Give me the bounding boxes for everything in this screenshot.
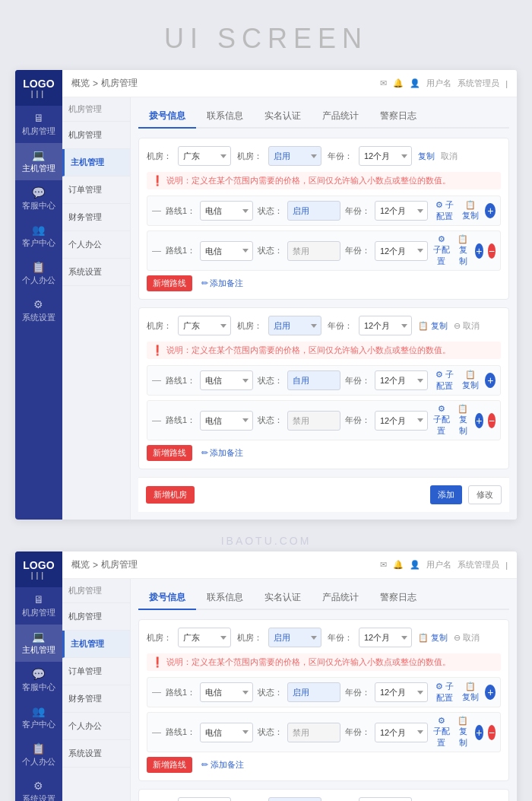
sub-item-personal-office[interactable]: 个人办公	[62, 231, 130, 259]
machine-select-2[interactable]: 广东	[178, 316, 231, 335]
tab-realname[interactable]: 实名认证	[254, 105, 312, 129]
cancel-btn-1[interactable]: 取消	[441, 151, 458, 162]
cancel-btn-2[interactable]: ⊖ 取消	[454, 320, 480, 332]
sidebar-item-customer[interactable]: 👥 客户中心	[15, 218, 62, 255]
status-select-b1-2[interactable]: 禁用	[287, 723, 340, 742]
copy-btn-1[interactable]: 复制	[418, 151, 435, 162]
copy-line-btn-2-1[interactable]: 📋 复制	[461, 370, 480, 391]
remove-line-btn-2-2[interactable]: −	[488, 413, 496, 428]
sub-config-btn-b1-2[interactable]: ⚙ 子配置	[432, 716, 451, 749]
line-select-1-2[interactable]: 电信	[200, 241, 253, 261]
line-select-b1-1[interactable]: 电信	[200, 682, 253, 702]
sub-item-machine-mgmt2[interactable]: 机房管理	[62, 122, 130, 149]
sidebar-item-host[interactable]: 💻 主机管理	[15, 143, 62, 180]
copy-line-btn-1-2[interactable]: 📋 复制	[455, 234, 470, 267]
sub2-item-sys-settings[interactable]: 系统设置	[62, 740, 130, 768]
add-note-btn-b1[interactable]: ✏ 添加备注	[198, 758, 247, 772]
tab2-contact-info[interactable]: 联系信息	[196, 586, 254, 610]
year-select-2[interactable]: 12个月	[359, 316, 412, 335]
add-line-action-btn-1[interactable]: 新增路线	[147, 275, 192, 291]
sidebar2-item-host[interactable]: 💻 主机管理	[15, 625, 62, 662]
machine2-select-b2[interactable]: 启用	[268, 797, 321, 801]
sub2-item-machine-mgmt[interactable]: 机房管理	[62, 579, 130, 603]
status-select-2-2[interactable]: 禁用	[287, 411, 340, 431]
sub-config-btn-1-1[interactable]: ⚙ 子配置	[432, 199, 456, 222]
add-btn[interactable]: 添加	[430, 485, 462, 504]
sub-config-btn-2-1[interactable]: ⚙ 子配置	[432, 369, 456, 392]
sub-config-btn-b1-1[interactable]: ⚙ 子配置	[432, 681, 456, 704]
machine-select-b2[interactable]: 广东	[178, 797, 231, 801]
add-line-action-btn-b1[interactable]: 新增路线	[147, 757, 192, 773]
tab-police-log[interactable]: 警察日志	[369, 105, 427, 129]
year-select-b2[interactable]: 12个月	[359, 797, 412, 801]
sub2-item-machine-mgmt2[interactable]: 机房管理	[62, 603, 130, 631]
add-machine-btn[interactable]: 新增机房	[146, 486, 195, 504]
add-note-btn-2[interactable]: ✏ 添加备注	[198, 446, 246, 460]
sub-config-btn-1-2[interactable]: ⚙ 子配置	[432, 234, 451, 267]
year-select-1-1[interactable]: 12个月	[375, 201, 428, 221]
add-note-btn-1[interactable]: ✏ 添加备注	[198, 276, 246, 291]
sidebar2-item-service[interactable]: 💬 客服中心	[15, 662, 62, 699]
copy-line-btn-2-2[interactable]: 📋 复制	[455, 404, 470, 437]
machine2-select-1[interactable]: 启用	[268, 146, 321, 166]
year-select-2-2[interactable]: 12个月	[375, 411, 428, 431]
add-line-btn-1-1[interactable]: +	[485, 203, 496, 218]
mail2-icon[interactable]: ✉	[380, 560, 387, 570]
status-select-1-1[interactable]: 启用	[287, 201, 340, 221]
remove-line-btn-b1-2[interactable]: −	[488, 725, 496, 740]
status-select-2-1[interactable]: 自用	[287, 370, 340, 390]
copy-line-btn-1-1[interactable]: 📋 复制	[461, 200, 480, 221]
status-select-1-2[interactable]: 禁用	[287, 241, 340, 261]
copy-btn-b1[interactable]: 📋 复制	[418, 632, 448, 644]
year-select-1[interactable]: 12个月	[359, 146, 412, 166]
sidebar-item-service[interactable]: 💬 客服中心	[15, 180, 62, 218]
remove-line-btn-1-2[interactable]: −	[488, 243, 496, 259]
tab-contact-info[interactable]: 联系信息	[196, 105, 254, 129]
year-select-2-1[interactable]: 12个月	[375, 370, 428, 390]
year-select-b1[interactable]: 12个月	[359, 628, 412, 647]
sidebar-item-machine[interactable]: 🖥 机房管理	[15, 106, 62, 143]
line-select-1-1[interactable]: 电信	[200, 201, 253, 221]
sidebar2-item-machine[interactable]: 🖥 机房管理	[15, 587, 62, 625]
sub2-item-host-mgmt[interactable]: 主机管理	[62, 631, 130, 658]
sub2-item-order-mgmt[interactable]: 订单管理	[62, 658, 130, 685]
year-select-1-2[interactable]: 12个月	[375, 241, 428, 261]
tab-dial-info[interactable]: 拨号信息	[138, 105, 196, 129]
machine-select-1[interactable]: 广东	[178, 146, 231, 166]
machine2-select-2[interactable]: 启用	[268, 316, 321, 335]
sub2-item-personal-office[interactable]: 个人办公	[62, 713, 130, 740]
add-line-btn-1-2[interactable]: +	[475, 243, 483, 259]
tab2-product-stats[interactable]: 产品统计	[312, 586, 369, 610]
sub-item-machine-mgmt[interactable]: 机房管理	[62, 97, 130, 122]
status-select-b1-1[interactable]: 启用	[287, 682, 340, 702]
sub-item-order-mgmt[interactable]: 订单管理	[62, 176, 130, 204]
sidebar2-item-personal[interactable]: 📋 个人办公	[15, 736, 62, 774]
line-select-b1-2[interactable]: 电信	[200, 723, 253, 742]
year-select-b1-2[interactable]: 12个月	[375, 723, 428, 742]
mail-icon[interactable]: ✉	[380, 78, 387, 88]
tab-product-stats[interactable]: 产品统计	[312, 105, 369, 129]
add-line-btn-b1-2[interactable]: +	[475, 725, 483, 740]
tab2-police-log[interactable]: 警察日志	[369, 586, 427, 610]
sidebar2-item-customer[interactable]: 👥 客户中心	[15, 699, 62, 736]
copy-line-btn-b1-2[interactable]: 📋 复制	[455, 716, 470, 749]
machine-select-b1[interactable]: 广东	[178, 628, 231, 647]
sub-item-sys-settings[interactable]: 系统设置	[62, 259, 130, 286]
sidebar-item-personal[interactable]: 📋 个人办公	[15, 255, 62, 292]
cancel-btn-b1[interactable]: ⊖ 取消	[454, 632, 480, 644]
add-line-btn-2-1[interactable]: +	[485, 373, 496, 388]
sidebar-item-settings[interactable]: ⚙ 系统设置	[15, 292, 62, 329]
bell2-icon[interactable]: 🔔	[393, 560, 404, 570]
sub-item-host-mgmt[interactable]: 主机管理	[62, 149, 130, 176]
add-line-btn-b1-1[interactable]: +	[485, 685, 496, 700]
bell-icon[interactable]: 🔔	[393, 78, 404, 88]
copy-line-btn-b1-1[interactable]: 📋 复制	[461, 682, 480, 703]
sub-item-financial[interactable]: 财务管理	[62, 204, 130, 231]
tab2-dial-info[interactable]: 拨号信息	[138, 586, 196, 610]
copy-btn-2[interactable]: 📋 复制	[418, 320, 448, 332]
year-select-b1-1[interactable]: 12个月	[375, 682, 428, 702]
tab2-realname[interactable]: 实名认证	[254, 586, 312, 610]
modify-btn[interactable]: 修改	[468, 485, 502, 504]
sub2-item-financial[interactable]: 财务管理	[62, 685, 130, 713]
sub-config-btn-2-2[interactable]: ⚙ 子配置	[432, 404, 451, 437]
